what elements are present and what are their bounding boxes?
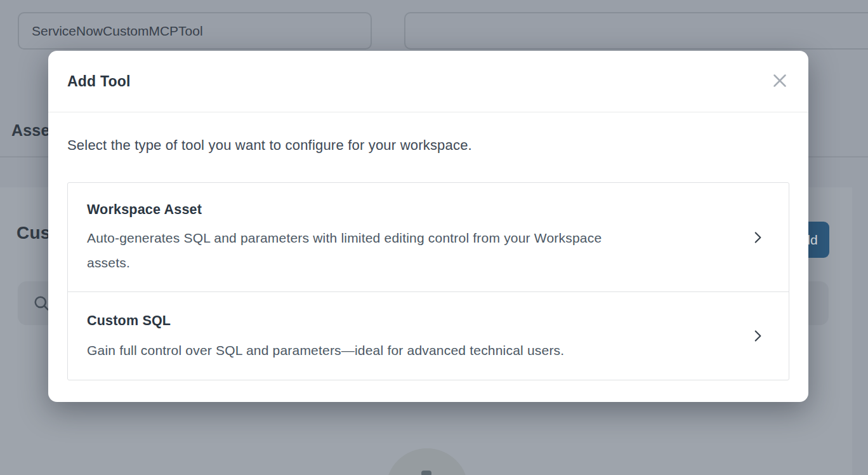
- modal-intro-text: Select the type of tool you want to conf…: [67, 135, 789, 156]
- option-description: Auto-generates SQL and parameters with l…: [87, 225, 645, 275]
- tool-type-options: Workspace Asset Auto-generates SQL and p…: [67, 182, 789, 380]
- option-title: Workspace Asset: [87, 200, 744, 219]
- chevron-right-icon: [749, 229, 766, 246]
- search-icon: [33, 295, 50, 312]
- chevron-right-icon: [749, 328, 766, 344]
- modal-header: Add Tool: [48, 51, 808, 112]
- floating-widget-glyph: [421, 471, 431, 475]
- add-tool-modal: Add Tool Select the type of tool you wan…: [48, 51, 808, 402]
- close-icon: [769, 70, 791, 93]
- app-window: Assets Custom Tools Add Add Tool: [0, 0, 868, 475]
- option-title: Custom SQL: [87, 311, 744, 330]
- option-description: Gain full control over SQL and parameter…: [87, 338, 645, 363]
- secondary-input[interactable]: [404, 12, 868, 50]
- tool-name-input[interactable]: [18, 12, 372, 50]
- option-workspace-asset[interactable]: Workspace Asset Auto-generates SQL and p…: [68, 183, 789, 291]
- modal-title: Add Tool: [67, 73, 131, 90]
- close-button[interactable]: [768, 69, 792, 93]
- option-custom-sql[interactable]: Custom SQL Gain full control over SQL an…: [68, 291, 789, 380]
